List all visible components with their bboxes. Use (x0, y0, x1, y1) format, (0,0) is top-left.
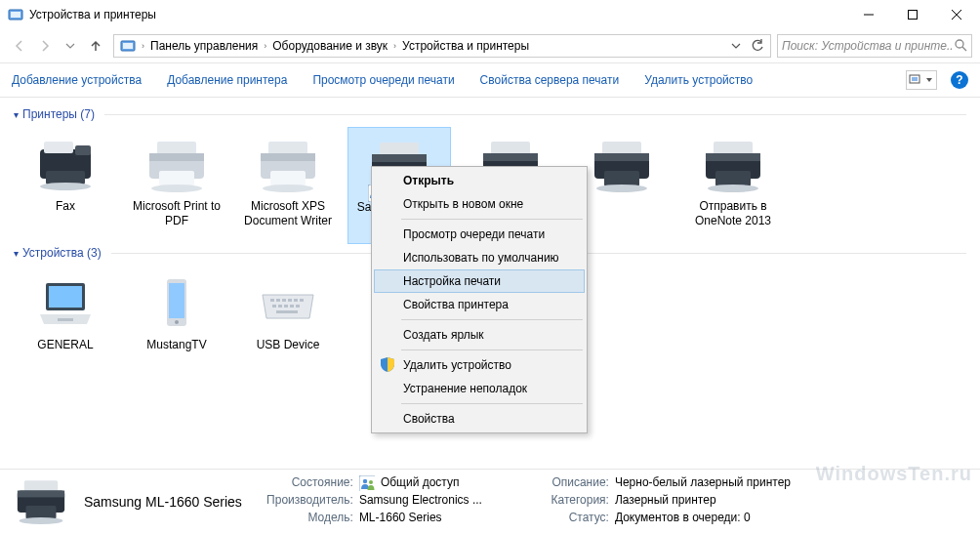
chevron-right-icon[interactable]: › (140, 41, 146, 51)
device-label: Microsoft Print to PDF (128, 199, 225, 228)
chevron-right-icon[interactable]: › (262, 41, 268, 51)
details-description-label: Описание: (511, 475, 609, 493)
device-tile[interactable]: Microsoft XPS Document Writer (236, 127, 340, 244)
device-label: Microsoft XPS Document Writer (239, 199, 337, 228)
ctx-printing-preferences[interactable]: Настройка печати (374, 269, 585, 293)
ctx-open-new-window[interactable]: Открыть в новом окне (374, 192, 585, 216)
view-options-button[interactable] (906, 70, 937, 90)
window-minimize-button[interactable] (846, 0, 890, 29)
details-thumbnail-icon (12, 475, 70, 524)
details-description-value: Черно-белый лазерный принтер (615, 475, 791, 493)
breadcrumb-devices-printers[interactable]: Устройства и принтеры (398, 35, 533, 57)
details-manufacturer-value: Samsung Electronics ... (359, 493, 482, 511)
breadcrumb-control-panel[interactable]: Панель управления (146, 35, 262, 57)
breadcrumb-bar[interactable]: › Панель управления › Оборудование и зву… (113, 34, 771, 58)
group-label: Устройства (3) (22, 246, 102, 260)
ctx-open[interactable]: Открыть (374, 169, 585, 192)
details-state-value: Общий доступ (381, 475, 460, 493)
toolbar-remove-device[interactable]: Удалить устройство (644, 73, 753, 87)
search-box[interactable] (777, 34, 972, 58)
ctx-printer-properties[interactable]: Свойства принтера (374, 293, 585, 316)
device-label: GENERAL (37, 338, 93, 352)
window-titlebar: Устройства и принтеры (0, 0, 980, 29)
help-button[interactable]: ? (951, 71, 968, 89)
ctx-troubleshoot[interactable]: Устранение неполадок (374, 377, 585, 400)
window-close-button[interactable] (934, 0, 978, 29)
shared-badge-icon (359, 475, 375, 493)
printer-icon (254, 133, 322, 195)
toolbar-add-printer[interactable]: Добавление принтера (167, 73, 287, 87)
chevron-down-icon: ▾ (14, 109, 19, 120)
details-model-value: ML-1660 Series (359, 511, 442, 528)
printer-icon (143, 133, 211, 195)
ctx-view-queue[interactable]: Просмотр очереди печати (374, 223, 585, 246)
nav-recent-button[interactable] (59, 34, 82, 58)
ctx-properties[interactable]: Свойства (374, 407, 585, 431)
window-title: Устройства и принтеры (29, 8, 846, 21)
printer-icon (588, 133, 656, 195)
details-manufacturer-label: Производитель: (256, 493, 353, 511)
shield-icon (380, 356, 395, 372)
window-maximize-button[interactable] (890, 0, 934, 29)
details-status-value: Документов в очереди: 0 (615, 511, 751, 528)
svg-rect-38 (908, 11, 917, 20)
ctx-separator (401, 349, 583, 350)
device-label: MustangTV (146, 338, 206, 352)
details-model-label: Модель: (256, 511, 353, 528)
device-label: Fax (56, 199, 75, 214)
device-label: Отправить в OneNote 2013 (684, 199, 782, 228)
nav-back-button[interactable] (8, 34, 31, 58)
search-icon[interactable] (954, 38, 967, 55)
device-tile[interactable]: Отправить в OneNote 2013 (681, 127, 785, 244)
search-input[interactable] (782, 39, 954, 53)
nav-forward-button[interactable] (33, 34, 57, 58)
details-name: Samsung ML-1660 Series (84, 494, 242, 510)
details-category-value: Лазерный принтер (615, 493, 716, 511)
toolbar-add-device[interactable]: Добавление устройства (12, 73, 142, 87)
address-dropdown-button[interactable] (725, 35, 747, 57)
toolbar-view-queue[interactable]: Просмотр очереди печати (312, 73, 454, 87)
group-label: Принтеры (7) (22, 107, 95, 121)
ctx-separator (401, 319, 583, 320)
phone-icon (143, 271, 211, 334)
command-toolbar: Добавление устройства Добавление принтер… (0, 62, 980, 98)
keyboard-icon (254, 271, 322, 334)
chevron-right-icon[interactable]: › (391, 41, 398, 51)
breadcrumb-hardware-sound[interactable]: Оборудование и звук (268, 35, 391, 57)
ctx-remove-device[interactable]: Удалить устройство (374, 353, 585, 377)
group-header-printers[interactable]: ▾ Принтеры (7) (14, 107, 966, 121)
printer-icon (699, 133, 767, 195)
details-category-label: Категория: (511, 493, 609, 511)
details-status-label: Статус: (511, 511, 609, 528)
svg-rect-41 (912, 77, 918, 81)
ctx-set-default[interactable]: Использовать по умолчанию (374, 246, 585, 269)
context-menu: Открыть Открыть в новом окне Просмотр оч… (371, 166, 588, 433)
content-pane: ▾ Принтеры (7) Fax Microsoft Print to PD… (0, 98, 980, 469)
details-state-label: Состояние: (256, 475, 353, 493)
device-tile[interactable]: Fax (14, 127, 117, 244)
fax-icon (31, 133, 100, 195)
device-label: USB Device (257, 338, 320, 352)
ctx-create-shortcut[interactable]: Создать ярлык (374, 323, 585, 347)
location-icon (120, 38, 136, 54)
laptop-icon (31, 271, 100, 334)
device-tile[interactable]: USB Device (236, 266, 340, 383)
ctx-separator (401, 403, 583, 404)
svg-point-39 (956, 40, 963, 48)
device-tile[interactable]: MustangTV (125, 266, 228, 383)
address-bar: › Панель управления › Оборудование и зву… (0, 29, 980, 62)
toolbar-server-properties[interactable]: Свойства сервера печати (480, 73, 620, 87)
refresh-button[interactable] (747, 35, 768, 57)
chevron-down-icon: ▾ (14, 248, 19, 259)
device-tile[interactable]: Microsoft Print to PDF (125, 127, 228, 244)
device-tile[interactable]: GENERAL (14, 266, 117, 383)
nav-up-button[interactable] (84, 34, 107, 58)
devices-printers-icon (8, 7, 23, 22)
ctx-separator (401, 219, 583, 220)
details-pane: Samsung ML-1660 Series Состояние: Общий … (0, 469, 980, 534)
